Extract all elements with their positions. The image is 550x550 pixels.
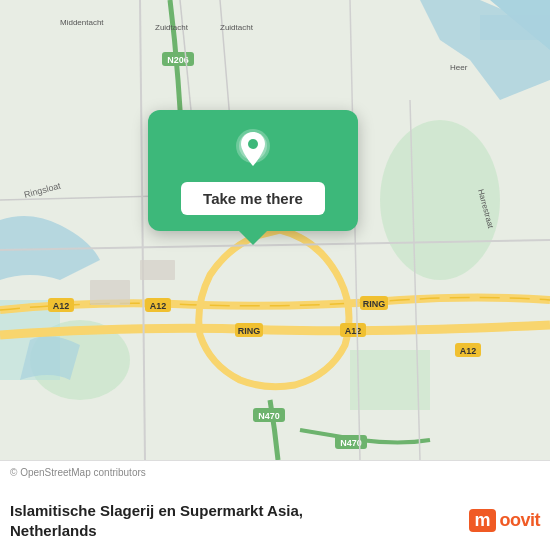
moovit-m-letter: m xyxy=(469,509,495,533)
svg-rect-39 xyxy=(140,260,175,280)
take-me-there-button[interactable]: Take me there xyxy=(181,182,325,215)
svg-point-44 xyxy=(248,139,258,149)
svg-rect-38 xyxy=(90,280,130,305)
svg-text:A12: A12 xyxy=(53,301,70,311)
svg-text:N470: N470 xyxy=(340,438,362,448)
moovit-logo: m oovit xyxy=(469,509,540,533)
svg-text:Middentacht: Middentacht xyxy=(60,18,104,27)
place-name: Islamitische Slagerij en Supermarkt Asia… xyxy=(10,501,303,540)
app: N206 N470 N470 A12 A12 RING RING A12 A12 xyxy=(0,0,550,550)
attribution-text: © OpenStreetMap contributors xyxy=(10,467,540,478)
svg-text:N470: N470 xyxy=(258,411,280,421)
svg-text:Zuidtacht: Zuidtacht xyxy=(155,23,189,32)
svg-text:RING: RING xyxy=(238,326,261,336)
svg-text:A12: A12 xyxy=(345,326,362,336)
footer: © OpenStreetMap contributors Islamitisch… xyxy=(0,460,550,550)
moovit-brand-text: oovit xyxy=(500,510,541,531)
svg-text:Zuidtacht: Zuidtacht xyxy=(220,23,254,32)
svg-text:A12: A12 xyxy=(460,346,477,356)
location-pin-icon xyxy=(231,128,275,172)
svg-rect-1 xyxy=(480,15,550,40)
place-info-row: Islamitische Slagerij en Supermarkt Asia… xyxy=(10,501,540,546)
location-popup: Take me there xyxy=(148,110,358,231)
map-container: N206 N470 N470 A12 A12 RING RING A12 A12 xyxy=(0,0,550,460)
svg-text:RING: RING xyxy=(363,299,386,309)
svg-text:A12: A12 xyxy=(150,301,167,311)
svg-text:Heer: Heer xyxy=(450,63,468,72)
